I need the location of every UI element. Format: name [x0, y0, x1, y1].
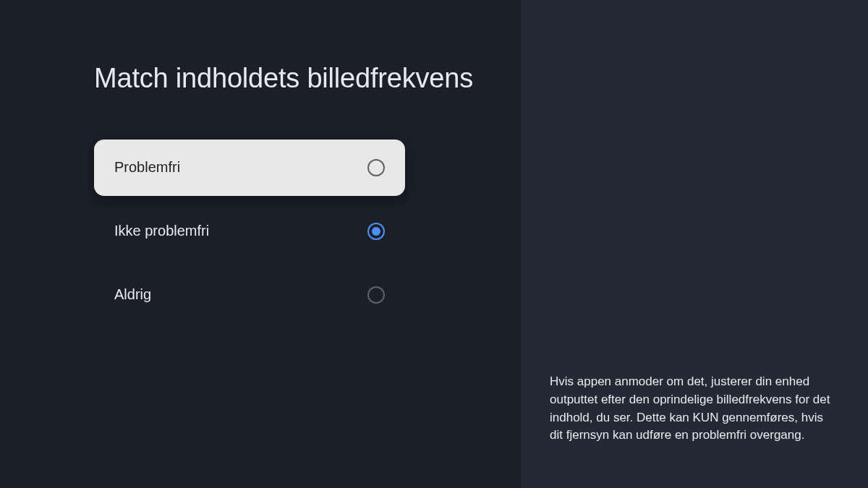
option-never[interactable]: Aldrig	[94, 267, 405, 323]
option-description: Hvis appen anmoder om det, justerer din …	[550, 373, 835, 445]
option-label: Problemfri	[114, 159, 180, 176]
option-label: Aldrig	[114, 286, 151, 303]
page-title: Match indholdets billedfrekvens	[94, 61, 521, 96]
options-list: Problemfri Ikke problemfri Aldrig	[94, 140, 405, 323]
radio-icon	[367, 223, 385, 240]
info-panel: Hvis appen anmoder om det, justerer din …	[521, 0, 868, 488]
option-label: Ikke problemfri	[114, 223, 209, 239]
radio-icon	[367, 159, 385, 176]
settings-panel: Match indholdets billedfrekvens Problemf…	[0, 0, 521, 488]
radio-icon	[367, 286, 385, 304]
option-non-seamless[interactable]: Ikke problemfri	[94, 203, 405, 260]
option-seamless[interactable]: Problemfri	[94, 140, 405, 196]
